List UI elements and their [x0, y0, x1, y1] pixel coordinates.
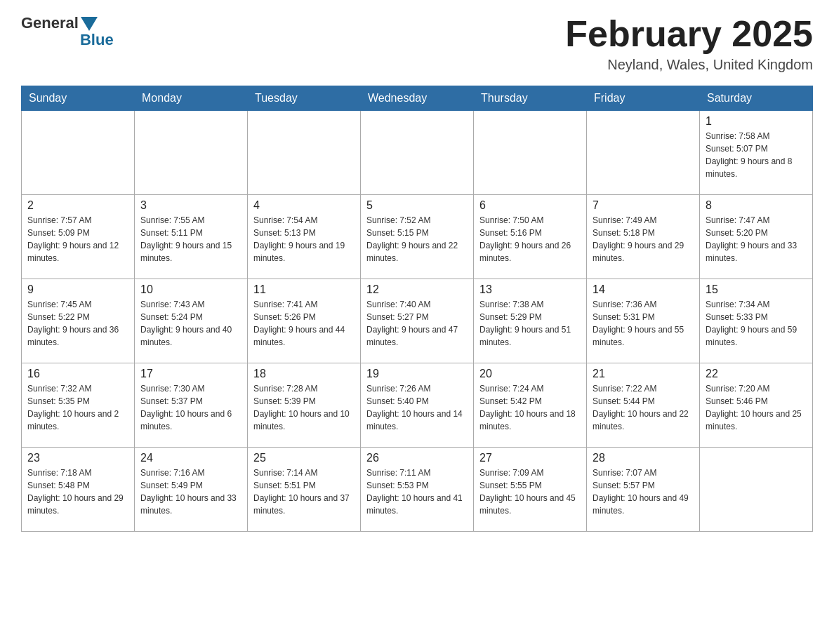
day-number: 14 [593, 283, 694, 296]
day-number: 3 [140, 199, 241, 212]
weekday-header-sunday: Sunday [22, 86, 135, 111]
calendar-cell: 20Sunrise: 7:24 AM Sunset: 5:42 PM Dayli… [474, 363, 587, 448]
calendar-cell: 21Sunrise: 7:22 AM Sunset: 5:44 PM Dayli… [587, 363, 700, 448]
day-info: Sunrise: 7:45 AM Sunset: 5:22 PM Dayligh… [27, 298, 128, 349]
day-info: Sunrise: 7:54 AM Sunset: 5:13 PM Dayligh… [253, 214, 355, 264]
calendar-cell: 22Sunrise: 7:20 AM Sunset: 5:46 PM Dayli… [700, 363, 813, 448]
day-number: 7 [593, 199, 694, 212]
day-info: Sunrise: 7:50 AM Sunset: 5:16 PM Dayligh… [479, 214, 581, 264]
day-info: Sunrise: 7:36 AM Sunset: 5:31 PM Dayligh… [593, 298, 694, 349]
day-number: 17 [140, 368, 241, 380]
logo-general-text: General [21, 14, 79, 32]
day-info: Sunrise: 7:16 AM Sunset: 5:49 PM Dayligh… [140, 467, 241, 517]
day-number: 20 [479, 368, 581, 380]
calendar-cell: 5Sunrise: 7:52 AM Sunset: 5:15 PM Daylig… [361, 195, 474, 279]
calendar-cell: 19Sunrise: 7:26 AM Sunset: 5:40 PM Dayli… [361, 363, 474, 448]
calendar-cell: 9Sunrise: 7:45 AM Sunset: 5:22 PM Daylig… [22, 279, 135, 363]
calendar-header: SundayMondayTuesdayWednesdayThursdayFrid… [22, 86, 813, 111]
logo-triangle-icon [81, 17, 98, 31]
calendar-cell: 8Sunrise: 7:47 AM Sunset: 5:20 PM Daylig… [700, 195, 813, 279]
day-info: Sunrise: 7:28 AM Sunset: 5:39 PM Dayligh… [253, 382, 355, 433]
day-number: 25 [253, 452, 355, 464]
page-header: General General Blue February 2025 Neyla… [21, 14, 813, 73]
calendar-cell: 16Sunrise: 7:32 AM Sunset: 5:35 PM Dayli… [22, 363, 135, 448]
weekday-header-row: SundayMondayTuesdayWednesdayThursdayFrid… [22, 86, 813, 111]
day-info: Sunrise: 7:49 AM Sunset: 5:18 PM Dayligh… [593, 214, 694, 264]
calendar-cell [135, 111, 248, 195]
day-info: Sunrise: 7:14 AM Sunset: 5:51 PM Dayligh… [253, 467, 355, 517]
day-info: Sunrise: 7:26 AM Sunset: 5:40 PM Dayligh… [366, 382, 468, 433]
day-number: 22 [706, 368, 807, 380]
calendar-cell: 28Sunrise: 7:07 AM Sunset: 5:57 PM Dayli… [587, 448, 700, 532]
day-info: Sunrise: 7:32 AM Sunset: 5:35 PM Dayligh… [27, 382, 128, 433]
weekday-header-monday: Monday [135, 86, 248, 111]
calendar-cell: 1Sunrise: 7:58 AM Sunset: 5:07 PM Daylig… [700, 111, 813, 195]
day-info: Sunrise: 7:38 AM Sunset: 5:29 PM Dayligh… [479, 298, 581, 349]
calendar-week-4: 16Sunrise: 7:32 AM Sunset: 5:35 PM Dayli… [22, 363, 813, 448]
day-number: 4 [253, 199, 355, 212]
day-info: Sunrise: 7:47 AM Sunset: 5:20 PM Dayligh… [706, 214, 807, 264]
calendar-cell: 11Sunrise: 7:41 AM Sunset: 5:26 PM Dayli… [248, 279, 361, 363]
weekday-header-wednesday: Wednesday [361, 86, 474, 111]
day-info: Sunrise: 7:22 AM Sunset: 5:44 PM Dayligh… [593, 382, 694, 433]
day-number: 26 [366, 452, 468, 464]
calendar-cell [248, 111, 361, 195]
logo-blue-text: Blue [80, 31, 114, 49]
calendar-table: SundayMondayTuesdayWednesdayThursdayFrid… [21, 86, 813, 532]
day-number: 19 [366, 368, 468, 380]
calendar-week-3: 9Sunrise: 7:45 AM Sunset: 5:22 PM Daylig… [22, 279, 813, 363]
calendar-cell: 13Sunrise: 7:38 AM Sunset: 5:29 PM Dayli… [474, 279, 587, 363]
day-number: 10 [140, 283, 241, 296]
location-subtitle: Neyland, Wales, United Kingdom [565, 57, 813, 73]
day-info: Sunrise: 7:24 AM Sunset: 5:42 PM Dayligh… [479, 382, 581, 433]
logo: General General Blue [21, 14, 114, 49]
calendar-cell: 3Sunrise: 7:55 AM Sunset: 5:11 PM Daylig… [135, 195, 248, 279]
calendar-cell [700, 448, 813, 532]
day-number: 9 [27, 283, 128, 296]
day-info: Sunrise: 7:07 AM Sunset: 5:57 PM Dayligh… [593, 467, 694, 517]
calendar-cell: 2Sunrise: 7:57 AM Sunset: 5:09 PM Daylig… [22, 195, 135, 279]
day-info: Sunrise: 7:41 AM Sunset: 5:26 PM Dayligh… [253, 298, 355, 349]
day-info: Sunrise: 7:57 AM Sunset: 5:09 PM Dayligh… [27, 214, 128, 264]
calendar-cell: 26Sunrise: 7:11 AM Sunset: 5:53 PM Dayli… [361, 448, 474, 532]
calendar-cell: 23Sunrise: 7:18 AM Sunset: 5:48 PM Dayli… [22, 448, 135, 532]
calendar-cell: 7Sunrise: 7:49 AM Sunset: 5:18 PM Daylig… [587, 195, 700, 279]
calendar-cell: 6Sunrise: 7:50 AM Sunset: 5:16 PM Daylig… [474, 195, 587, 279]
calendar-cell: 12Sunrise: 7:40 AM Sunset: 5:27 PM Dayli… [361, 279, 474, 363]
month-title: February 2025 [565, 14, 813, 54]
day-number: 2 [27, 199, 128, 212]
weekday-header-friday: Friday [587, 86, 700, 111]
day-number: 11 [253, 283, 355, 296]
calendar-week-5: 23Sunrise: 7:18 AM Sunset: 5:48 PM Dayli… [22, 448, 813, 532]
day-number: 6 [479, 199, 581, 212]
calendar-cell: 18Sunrise: 7:28 AM Sunset: 5:39 PM Dayli… [248, 363, 361, 448]
day-number: 18 [253, 368, 355, 380]
day-number: 15 [706, 283, 807, 296]
day-number: 27 [479, 452, 581, 464]
day-number: 13 [479, 283, 581, 296]
calendar-cell [587, 111, 700, 195]
day-number: 28 [593, 452, 694, 464]
day-info: Sunrise: 7:09 AM Sunset: 5:55 PM Dayligh… [479, 467, 581, 517]
calendar-cell: 4Sunrise: 7:54 AM Sunset: 5:13 PM Daylig… [248, 195, 361, 279]
day-info: Sunrise: 7:58 AM Sunset: 5:07 PM Dayligh… [706, 130, 807, 180]
calendar-cell [474, 111, 587, 195]
day-info: Sunrise: 7:43 AM Sunset: 5:24 PM Dayligh… [140, 298, 241, 349]
calendar-body: 1Sunrise: 7:58 AM Sunset: 5:07 PM Daylig… [22, 111, 813, 532]
day-info: Sunrise: 7:18 AM Sunset: 5:48 PM Dayligh… [27, 467, 128, 517]
calendar-week-2: 2Sunrise: 7:57 AM Sunset: 5:09 PM Daylig… [22, 195, 813, 279]
calendar-cell: 24Sunrise: 7:16 AM Sunset: 5:49 PM Dayli… [135, 448, 248, 532]
day-info: Sunrise: 7:20 AM Sunset: 5:46 PM Dayligh… [706, 382, 807, 433]
day-number: 21 [593, 368, 694, 380]
calendar-cell: 14Sunrise: 7:36 AM Sunset: 5:31 PM Dayli… [587, 279, 700, 363]
day-info: Sunrise: 7:55 AM Sunset: 5:11 PM Dayligh… [140, 214, 241, 264]
day-info: Sunrise: 7:34 AM Sunset: 5:33 PM Dayligh… [706, 298, 807, 349]
weekday-header-saturday: Saturday [700, 86, 813, 111]
calendar-cell: 10Sunrise: 7:43 AM Sunset: 5:24 PM Dayli… [135, 279, 248, 363]
calendar-cell: 25Sunrise: 7:14 AM Sunset: 5:51 PM Dayli… [248, 448, 361, 532]
day-info: Sunrise: 7:30 AM Sunset: 5:37 PM Dayligh… [140, 382, 241, 433]
calendar-week-1: 1Sunrise: 7:58 AM Sunset: 5:07 PM Daylig… [22, 111, 813, 195]
weekday-header-thursday: Thursday [474, 86, 587, 111]
day-info: Sunrise: 7:52 AM Sunset: 5:15 PM Dayligh… [366, 214, 468, 264]
calendar-cell: 27Sunrise: 7:09 AM Sunset: 5:55 PM Dayli… [474, 448, 587, 532]
